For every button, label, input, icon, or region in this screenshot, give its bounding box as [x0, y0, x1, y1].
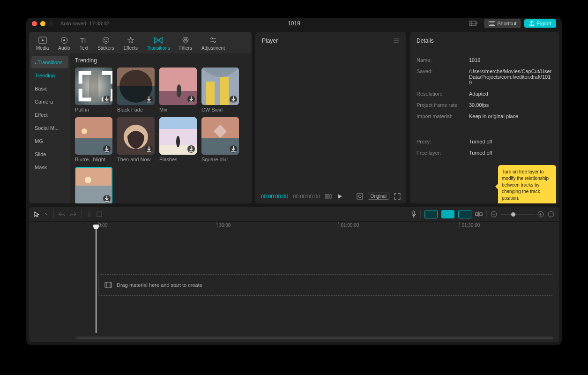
- download-icon[interactable]: [103, 145, 111, 153]
- zoom-slider[interactable]: [501, 214, 534, 215]
- shortcut-button[interactable]: Shortcut: [484, 19, 521, 28]
- transition-item[interactable]: Mix: [159, 68, 197, 112]
- transition-item[interactable]: Pull in: [75, 68, 112, 112]
- detail-row-freelayer: Free layer:Turned off: [417, 150, 552, 156]
- transition-item[interactable]: Square blur: [201, 117, 239, 162]
- sidebar-item-social[interactable]: Social M...: [31, 122, 68, 134]
- sidebar-item-slide[interactable]: Slide: [31, 148, 68, 160]
- timeline-panel: 0:00 | 30:00 | 01:00:00 | 01:30:00 Drag …: [29, 207, 559, 342]
- autosave-label: Auto saved: 17:33:42: [60, 21, 109, 26]
- transition-item[interactable]: [75, 167, 112, 203]
- cursor-dropdown[interactable]: [45, 212, 49, 216]
- scale-icon[interactable]: [357, 193, 363, 200]
- player-panel: Player 00:00:00:00 00:00:00:00 Original: [255, 32, 406, 203]
- svg-point-6: [491, 22, 492, 22]
- svg-rect-57: [357, 194, 363, 199]
- maximize-window-icon[interactable]: [49, 21, 54, 26]
- layout-menu[interactable]: [469, 21, 479, 26]
- text-icon: TI: [80, 36, 88, 45]
- tab-effects[interactable]: Effects: [119, 34, 142, 53]
- adjustment-icon: [209, 36, 217, 45]
- svg-rect-72: [105, 282, 112, 288]
- redo-button[interactable]: [70, 211, 76, 217]
- track-mode-2[interactable]: [441, 210, 454, 218]
- timeline-scrollbar[interactable]: [76, 337, 553, 339]
- download-icon[interactable]: [187, 96, 195, 103]
- delete-tool[interactable]: [97, 211, 102, 217]
- window-controls: [32, 21, 54, 26]
- download-icon[interactable]: [103, 96, 111, 103]
- timeline-tracks[interactable]: Drag material here and start to create: [29, 230, 559, 342]
- cursor-tool[interactable]: [34, 211, 40, 218]
- sidebar-item-mask[interactable]: Mask: [31, 161, 68, 173]
- snap-toggle[interactable]: [475, 211, 483, 218]
- close-window-icon[interactable]: [32, 21, 37, 26]
- tab-media[interactable]: Media: [32, 34, 53, 53]
- original-badge[interactable]: Original: [368, 193, 389, 200]
- svg-rect-33: [206, 82, 215, 105]
- clip-icon: [104, 282, 112, 288]
- play-button[interactable]: [337, 194, 342, 199]
- download-icon[interactable]: [230, 96, 237, 103]
- svg-rect-55: [330, 195, 331, 198]
- player-viewport[interactable]: [255, 50, 406, 189]
- filters-icon: [182, 36, 189, 45]
- transition-item[interactable]: Blurre...hlight: [75, 117, 112, 162]
- assets-body: Transitions Trending Basic Camera Effect…: [29, 53, 252, 203]
- svg-point-23: [214, 41, 216, 43]
- minimize-window-icon[interactable]: [40, 21, 45, 26]
- detail-row-fps: Project frame rate30.00fps: [417, 102, 552, 108]
- fullscreen-icon[interactable]: [394, 193, 401, 200]
- sidebar-item-basic[interactable]: Basic: [31, 82, 68, 95]
- svg-point-37: [82, 128, 87, 134]
- player-menu-icon[interactable]: [393, 38, 400, 44]
- sidebar-item-camera[interactable]: Camera: [31, 96, 68, 108]
- download-icon[interactable]: [145, 96, 153, 103]
- timeline-ruler[interactable]: 0:00 | 30:00 | 01:00:00 | 01:30:00: [29, 222, 559, 230]
- sidebar-item-mg[interactable]: MG: [31, 135, 68, 147]
- svg-point-31: [177, 84, 181, 98]
- zoom-in-button[interactable]: [537, 211, 544, 218]
- svg-point-12: [63, 39, 65, 41]
- tab-transitions[interactable]: Transitions: [143, 34, 174, 53]
- tab-adjustment[interactable]: Adjustment: [197, 34, 229, 53]
- tab-audio[interactable]: Audio: [54, 34, 74, 53]
- player-right-controls: Original: [357, 193, 401, 200]
- tab-stickers[interactable]: Stickers: [93, 34, 119, 53]
- download-icon[interactable]: [187, 145, 195, 153]
- transition-item[interactable]: Black Fade: [117, 68, 155, 112]
- export-button[interactable]: Export: [524, 19, 556, 28]
- svg-rect-62: [413, 211, 415, 215]
- transition-item[interactable]: CW Swirl: [201, 68, 239, 112]
- zoom-out-button[interactable]: [491, 211, 497, 218]
- svg-point-7: [493, 22, 493, 22]
- download-icon[interactable]: [145, 145, 153, 153]
- track-mode-3[interactable]: [458, 210, 471, 218]
- svg-point-49: [85, 177, 91, 183]
- sidebar-item-transitions[interactable]: Transitions: [31, 56, 68, 68]
- undo-button[interactable]: [59, 211, 65, 217]
- split-tool[interactable]: [86, 211, 92, 218]
- playhead[interactable]: [96, 227, 97, 333]
- svg-rect-61: [97, 212, 102, 217]
- download-icon[interactable]: [230, 145, 237, 153]
- transition-item[interactable]: Flashes: [159, 117, 197, 162]
- detail-row-name: Name:1019: [417, 57, 552, 63]
- tab-filters[interactable]: Filters: [175, 34, 196, 53]
- svg-rect-3: [489, 22, 495, 26]
- detail-row-saved: Saved:/Users/merche/Movies/CapCut/User D…: [417, 68, 552, 85]
- svg-rect-34: [220, 77, 229, 105]
- mic-button[interactable]: [411, 210, 417, 218]
- sidebar-item-effect[interactable]: Effect: [31, 109, 68, 121]
- player-step-icon[interactable]: [325, 194, 332, 199]
- svg-point-5: [490, 22, 491, 22]
- download-icon[interactable]: [103, 195, 111, 202]
- zoom-fit-button[interactable]: [548, 211, 554, 218]
- svg-point-16: [107, 39, 108, 40]
- track-mode-1[interactable]: [424, 210, 438, 218]
- tab-text[interactable]: TIText: [75, 34, 92, 53]
- transition-item[interactable]: Then and Now: [117, 117, 155, 162]
- sidebar-item-trending[interactable]: Trending: [31, 69, 68, 82]
- timeline-drop-zone[interactable]: Drag material here and start to create: [98, 274, 553, 296]
- svg-point-71: [548, 211, 554, 217]
